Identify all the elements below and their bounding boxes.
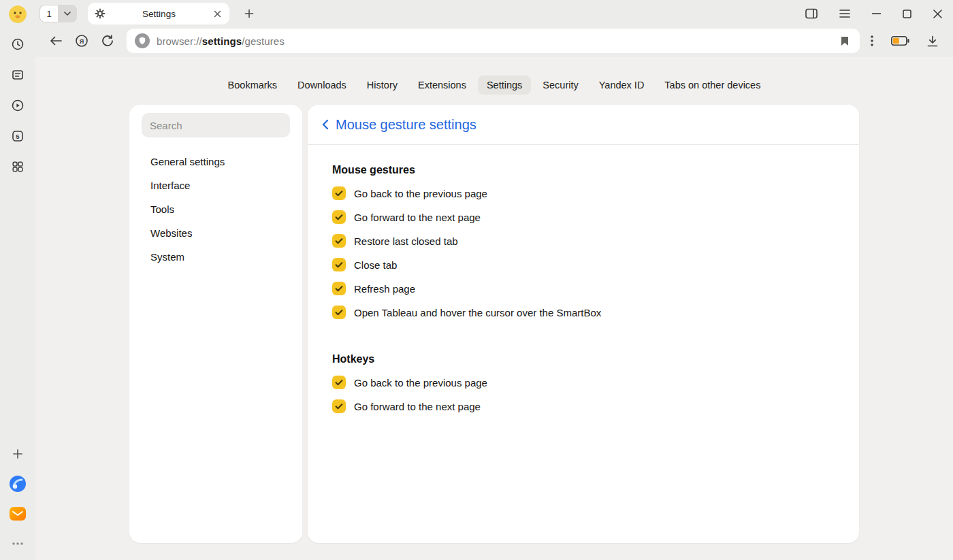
gear-icon [95, 8, 106, 19]
url-suffix: /gestures [242, 35, 285, 47]
apps-grid-icon[interactable] [8, 157, 27, 176]
browser-logo-icon[interactable] [8, 474, 27, 493]
tab-close-icon[interactable] [212, 9, 223, 19]
option-row-go-forward-to-the-next-page[interactable]: Go forward to the next page [332, 209, 835, 225]
yandex-service-icon[interactable] [8, 504, 27, 523]
bookmark-icon[interactable] [838, 33, 852, 49]
tabbar-right-group [803, 5, 945, 22]
battery-icon[interactable] [888, 33, 912, 48]
browser-window: 5 [0, 0, 953, 560]
page-title: Mouse gesture settings [336, 117, 476, 133]
maximize-button[interactable] [900, 7, 914, 21]
nav-item-security[interactable]: Security [534, 76, 587, 95]
option-row-go-back-to-the-previous-page[interactable]: Go back to the previous page [332, 374, 835, 391]
checkbox-icon[interactable] [332, 258, 346, 271]
sidebar-item-tools[interactable]: Tools [150, 203, 290, 218]
tab-counter-icon[interactable]: 5 [8, 127, 27, 146]
tab-group-badge[interactable]: 1 [39, 5, 58, 22]
section-heading-mouse-gestures: Mouse gestures [332, 164, 835, 176]
gesture-settings-header: Mouse gesture settings [308, 105, 859, 145]
nav-item-history[interactable]: History [358, 76, 406, 95]
nav-item-tabs-on-other-devices[interactable]: Tabs on other devices [656, 76, 769, 95]
sidebar-item-general-settings[interactable]: General settings [150, 156, 290, 170]
gesture-sections: Mouse gesturesGo back to the previous pa… [308, 145, 859, 422]
sidebar-item-websites[interactable]: Websites [150, 227, 290, 242]
search-box[interactable] [142, 113, 290, 137]
checkbox-icon[interactable] [332, 282, 346, 295]
nav-item-downloads[interactable]: Downloads [289, 76, 355, 95]
gesture-settings-card: Mouse gesture settings Mouse gesturesGo … [308, 105, 859, 543]
checkbox-icon[interactable] [332, 306, 346, 319]
option-row-restore-last-closed-tab[interactable]: Restore last closed tab [332, 233, 835, 249]
option-row-open-tableau-and-hover-the-cursor-over-the-smartbox[interactable]: Open Tableau and hover the cursor over t… [332, 304, 835, 320]
settings-nav: BookmarksDownloadsHistoryExtensionsSetti… [35, 76, 953, 95]
option-row-close-tab[interactable]: Close tab [332, 257, 835, 273]
option-label: Go forward to the next page [354, 212, 481, 223]
option-label: Open Tableau and hover the cursor over t… [354, 307, 601, 318]
nav-item-bookmarks[interactable]: Bookmarks [219, 76, 287, 95]
nav-item-extensions[interactable]: Extensions [409, 76, 475, 95]
option-label: Go back to the previous page [354, 377, 487, 389]
new-tab-button[interactable] [242, 6, 257, 21]
checkbox-icon[interactable] [332, 210, 346, 224]
settings-sidebar-card: General settingsInterfaceToolsWebsitesSy… [129, 105, 302, 543]
kebab-menu-icon[interactable] [868, 33, 876, 49]
address-bar: Я browser://settings/gestures [35, 27, 953, 57]
sidebar-toggle-icon[interactable] [803, 5, 820, 22]
tab-group: 1 [39, 5, 77, 22]
sidebar-item-interface[interactable]: Interface [150, 180, 290, 194]
settings-page: BookmarksDownloadsHistoryExtensionsSetti… [35, 57, 953, 560]
tab-settings[interactable]: Settings [88, 3, 229, 24]
svg-text:Я: Я [80, 38, 84, 45]
protect-shield-icon[interactable] [135, 33, 150, 48]
checkbox-icon[interactable] [332, 234, 346, 248]
url-field[interactable]: browser://settings/gestures [127, 29, 860, 53]
feed-icon[interactable] [8, 65, 27, 84]
url-prefix: browser:// [157, 35, 202, 47]
back-button[interactable] [45, 30, 67, 52]
profile-avatar[interactable] [9, 5, 27, 23]
menu-icon[interactable] [837, 7, 853, 20]
minimize-button[interactable] [869, 10, 884, 17]
address-bar-tools [868, 33, 943, 50]
add-panel-icon[interactable] [8, 444, 27, 463]
rail-bottom-group [8, 444, 27, 553]
option-label: Restore last closed tab [354, 235, 458, 247]
option-row-refresh-page[interactable]: Refresh page [332, 280, 835, 297]
history-icon[interactable] [8, 35, 27, 54]
yandex-home-icon[interactable]: Я [71, 30, 93, 52]
option-row-go-back-to-the-previous-page[interactable]: Go back to the previous page [332, 185, 835, 201]
downloads-icon[interactable] [924, 33, 941, 50]
settings-cards: General settingsInterfaceToolsWebsitesSy… [129, 105, 859, 543]
option-label: Refresh page [354, 283, 415, 295]
back-chevron-icon[interactable] [321, 116, 332, 133]
rail-top-group: 5 [8, 5, 27, 176]
side-rail: 5 [0, 0, 35, 560]
close-button[interactable] [931, 7, 945, 21]
url-text: browser://settings/gestures [157, 35, 831, 47]
option-label: Go back to the previous page [354, 188, 487, 199]
checkbox-icon[interactable] [332, 186, 346, 200]
option-label: Close tab [354, 259, 397, 271]
option-label: Go forward to the next page [354, 401, 481, 412]
checkbox-icon[interactable] [332, 399, 346, 413]
url-highlight: settings [202, 35, 242, 47]
sidebar-item-system[interactable]: System [150, 251, 290, 265]
tab-bar: 1 Settings [35, 0, 953, 27]
settings-section-list: General settingsInterfaceToolsWebsitesSy… [142, 156, 290, 265]
svg-text:5: 5 [16, 133, 20, 140]
nav-item-settings[interactable]: Settings [478, 76, 531, 95]
video-icon[interactable] [8, 96, 27, 115]
refresh-button[interactable] [97, 30, 118, 52]
option-row-go-forward-to-the-next-page[interactable]: Go forward to the next page [332, 398, 835, 414]
section-heading-hotkeys: Hotkeys [332, 353, 835, 365]
tab-group-count: 1 [46, 9, 51, 19]
checkbox-icon[interactable] [332, 376, 346, 389]
nav-item-yandex-id[interactable]: Yandex ID [590, 76, 653, 95]
search-input[interactable] [150, 120, 282, 131]
tab-title: Settings [111, 9, 207, 19]
tab-group-chevron-icon[interactable] [58, 5, 77, 22]
more-dots-icon[interactable] [8, 534, 27, 553]
